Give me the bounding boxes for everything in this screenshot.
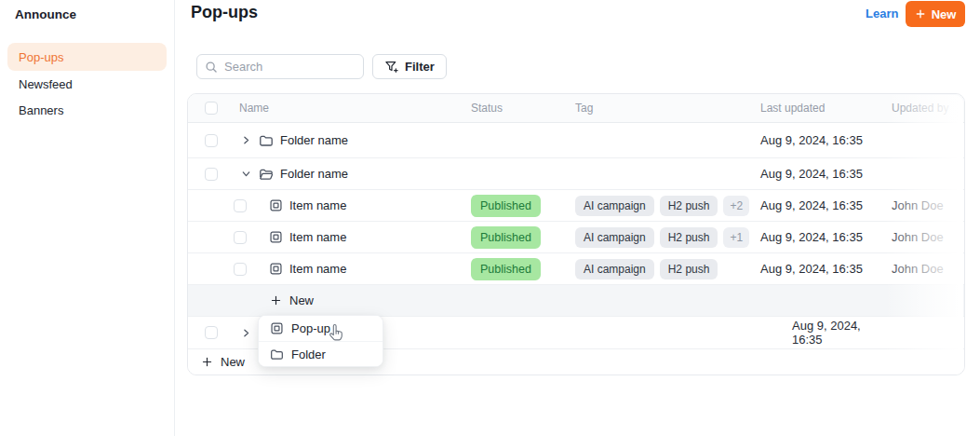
menu-item-label: Folder	[291, 347, 326, 361]
status-badge: Published	[471, 226, 541, 249]
plus-icon	[270, 294, 282, 307]
sidebar: Announce Pop-ups Newsfeed Banners	[0, 0, 175, 436]
tag-pill: AI campaign	[575, 227, 654, 248]
row-checkbox[interactable]	[234, 263, 247, 276]
new-context-menu: Pop-up Folder	[258, 315, 383, 367]
main-panel: Pop-ups Learn New Filter Name	[176, 0, 980, 436]
sidebar-item-label: Pop-ups	[19, 50, 63, 64]
tag-overflow-count: +1	[723, 227, 749, 248]
folder-icon	[259, 133, 274, 148]
app-title: Announce	[0, 0, 174, 21]
row-checkbox[interactable]	[234, 199, 247, 212]
page-title: Pop-ups	[191, 3, 258, 22]
table-row-item[interactable]: Item name Published AI campaign H2 push …	[188, 190, 964, 222]
updated-by: John Doe	[892, 230, 944, 244]
row-checkbox[interactable]	[205, 168, 218, 181]
new-button[interactable]: New	[906, 1, 965, 27]
popup-icon	[268, 198, 283, 213]
chevron-right-icon[interactable]	[239, 326, 252, 339]
status-badge: Published	[471, 258, 541, 280]
column-header-status: Status	[471, 102, 503, 115]
search-box[interactable]	[196, 54, 364, 79]
popup-icon	[268, 230, 283, 245]
filter-label: Filter	[405, 60, 435, 74]
sidebar-nav: Pop-ups Newsfeed Banners	[0, 43, 174, 123]
menu-item-popup[interactable]: Pop-up	[259, 316, 383, 341]
column-header-tag: Tag	[575, 102, 593, 115]
search-input[interactable]	[224, 60, 356, 74]
item-name: Item name	[289, 230, 346, 244]
folder-icon	[270, 347, 284, 361]
table-row-folder-expanded[interactable]: Folder name Aug 9, 2024, 16:35	[188, 158, 964, 190]
plus-icon	[201, 356, 213, 368]
row-checkbox[interactable]	[234, 231, 247, 244]
folder-name: Folder name	[280, 133, 348, 147]
column-header-name: Name	[239, 102, 269, 115]
menu-item-folder[interactable]: Folder	[259, 341, 383, 366]
search-icon	[205, 61, 218, 74]
filter-icon	[384, 60, 398, 74]
tag-pill: AI campaign	[575, 259, 654, 279]
last-updated: Aug 9, 2024, 16:35	[760, 167, 863, 181]
menu-item-label: Pop-up	[291, 321, 330, 335]
last-updated: Aug 9, 2024, 16:35	[792, 319, 861, 347]
tag-pill: H2 push	[660, 259, 718, 279]
last-updated: Aug 9, 2024, 16:35	[760, 133, 863, 147]
popup-icon	[270, 321, 284, 335]
folder-name: Folder name	[280, 167, 348, 181]
last-updated: Aug 9, 2024, 16:35	[760, 262, 863, 276]
filter-button[interactable]: Filter	[372, 54, 447, 79]
item-name: Item name	[289, 262, 346, 276]
sidebar-item-newsfeed[interactable]: Newsfeed	[7, 71, 167, 97]
status-badge: Published	[471, 195, 541, 217]
tag-overflow-count: +2	[723, 196, 749, 216]
last-updated: Aug 9, 2024, 16:35	[760, 198, 863, 212]
tag-pill: H2 push	[660, 196, 718, 216]
updated-by: John Doe	[892, 262, 944, 276]
table-row-item[interactable]: Item name Published AI campaign H2 push …	[188, 253, 964, 285]
announce-app: Announce Pop-ups Newsfeed Banners Pop-up…	[0, 0, 980, 436]
sidebar-item-label: Banners	[19, 103, 63, 117]
sidebar-item-popups[interactable]: Pop-ups	[7, 43, 167, 71]
sidebar-item-label: Newsfeed	[19, 77, 73, 91]
column-header-updated-by: Updated by	[892, 102, 948, 115]
learn-link[interactable]: Learn	[866, 7, 898, 20]
updated-by: John Doe	[892, 198, 944, 212]
select-all-checkbox[interactable]	[205, 102, 218, 115]
table-header-row: Name Status Tag Last updated Updated by	[188, 94, 964, 123]
table-row-item[interactable]: Item name Published AI campaign H2 push …	[188, 222, 964, 253]
item-name: Item name	[289, 198, 346, 212]
popup-icon	[268, 262, 283, 277]
new-row-label: New	[221, 355, 245, 369]
table-row-folder[interactable]: Folder name Aug 9, 2024, 16:35	[188, 123, 964, 158]
chevron-right-icon[interactable]	[239, 134, 252, 147]
column-header-last-updated: Last updated	[760, 102, 825, 115]
last-updated: Aug 9, 2024, 16:35	[760, 230, 863, 244]
row-checkbox[interactable]	[205, 326, 218, 339]
row-checkbox[interactable]	[205, 134, 218, 147]
new-item-row-nested[interactable]: New	[188, 285, 964, 317]
plus-icon	[915, 8, 926, 20]
new-button-label: New	[932, 7, 957, 21]
folder-open-icon	[259, 167, 274, 182]
chevron-down-icon[interactable]	[239, 168, 252, 181]
tag-pill: AI campaign	[575, 196, 654, 216]
sidebar-item-banners[interactable]: Banners	[7, 97, 167, 123]
tag-pill: H2 push	[660, 227, 718, 248]
new-row-label: New	[289, 293, 314, 307]
